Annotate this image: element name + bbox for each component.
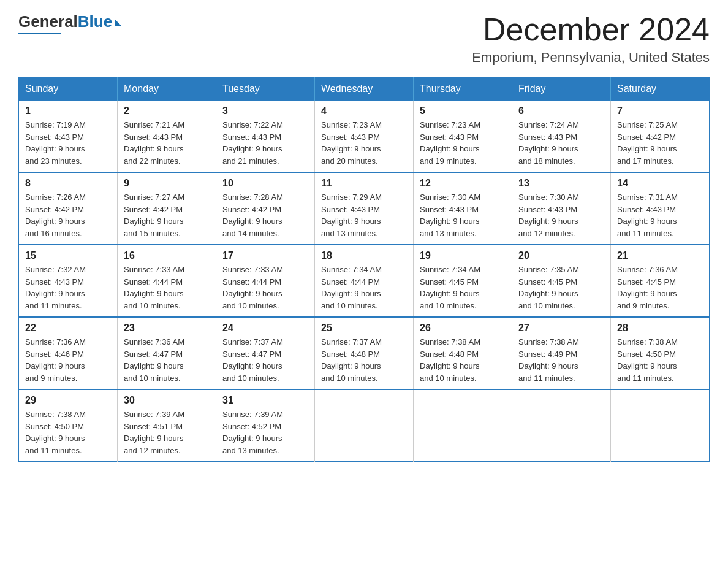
day-info: Sunrise: 7:30 AMSunset: 4:43 PMDaylight:… [518, 191, 604, 239]
day-number: 17 [222, 250, 308, 261]
calendar-cell: 27 Sunrise: 7:38 AMSunset: 4:49 PMDaylig… [512, 317, 611, 389]
calendar-cell: 12 Sunrise: 7:30 AMSunset: 4:43 PMDaylig… [414, 172, 512, 245]
day-number: 4 [321, 105, 407, 117]
logo-general-text: General [18, 12, 78, 31]
calendar-cell: 29 Sunrise: 7:38 AMSunset: 4:50 PMDaylig… [19, 389, 118, 462]
calendar-cell: 17 Sunrise: 7:33 AMSunset: 4:44 PMDaylig… [216, 245, 315, 317]
calendar-cell: 25 Sunrise: 7:37 AMSunset: 4:48 PMDaylig… [315, 317, 414, 389]
calendar-header-row: SundayMondayTuesdayWednesdayThursdayFrid… [19, 77, 710, 101]
day-info: Sunrise: 7:31 AMSunset: 4:43 PMDaylight:… [617, 191, 703, 239]
logo-triangle-icon [115, 19, 122, 26]
day-number: 18 [321, 250, 407, 261]
day-number: 31 [222, 395, 308, 406]
day-number: 29 [25, 395, 111, 406]
calendar-cell [315, 389, 414, 462]
calendar-cell [611, 389, 710, 462]
day-number: 21 [617, 250, 703, 261]
calendar-cell: 9 Sunrise: 7:27 AMSunset: 4:42 PMDayligh… [118, 172, 216, 245]
day-number: 11 [321, 178, 407, 189]
calendar-week-row: 22 Sunrise: 7:36 AMSunset: 4:46 PMDaylig… [19, 317, 710, 389]
day-number: 2 [124, 105, 210, 117]
calendar-cell: 16 Sunrise: 7:33 AMSunset: 4:44 PMDaylig… [118, 245, 216, 317]
day-info: Sunrise: 7:35 AMSunset: 4:45 PMDaylight:… [518, 264, 604, 312]
page-title: December 2024 [472, 12, 710, 47]
calendar-cell: 23 Sunrise: 7:36 AMSunset: 4:47 PMDaylig… [118, 317, 216, 389]
day-number: 15 [25, 250, 111, 261]
calendar-cell: 5 Sunrise: 7:23 AMSunset: 4:43 PMDayligh… [414, 101, 512, 172]
calendar-cell: 14 Sunrise: 7:31 AMSunset: 4:43 PMDaylig… [611, 172, 710, 245]
day-info: Sunrise: 7:19 AMSunset: 4:43 PMDaylight:… [25, 119, 111, 167]
day-info: Sunrise: 7:33 AMSunset: 4:44 PMDaylight:… [222, 264, 308, 312]
day-number: 8 [25, 178, 111, 189]
day-info: Sunrise: 7:37 AMSunset: 4:48 PMDaylight:… [321, 336, 407, 384]
day-info: Sunrise: 7:30 AMSunset: 4:43 PMDaylight:… [420, 191, 506, 239]
day-info: Sunrise: 7:38 AMSunset: 4:50 PMDaylight:… [617, 336, 703, 384]
calendar-week-row: 8 Sunrise: 7:26 AMSunset: 4:42 PMDayligh… [19, 172, 710, 245]
calendar-week-row: 29 Sunrise: 7:38 AMSunset: 4:50 PMDaylig… [19, 389, 710, 462]
calendar-cell: 3 Sunrise: 7:22 AMSunset: 4:43 PMDayligh… [216, 101, 315, 172]
header-friday: Friday [512, 77, 611, 101]
day-info: Sunrise: 7:36 AMSunset: 4:46 PMDaylight:… [25, 336, 111, 384]
day-info: Sunrise: 7:28 AMSunset: 4:42 PMDaylight:… [222, 191, 308, 239]
day-info: Sunrise: 7:27 AMSunset: 4:42 PMDaylight:… [124, 191, 210, 239]
calendar-cell: 18 Sunrise: 7:34 AMSunset: 4:44 PMDaylig… [315, 245, 414, 317]
header-wednesday: Wednesday [315, 77, 414, 101]
calendar-cell: 22 Sunrise: 7:36 AMSunset: 4:46 PMDaylig… [19, 317, 118, 389]
calendar-cell: 24 Sunrise: 7:37 AMSunset: 4:47 PMDaylig… [216, 317, 315, 389]
day-number: 16 [124, 250, 210, 261]
logo-blue-text: Blue [78, 12, 112, 31]
logo-blue-area: Blue [78, 12, 122, 31]
day-info: Sunrise: 7:38 AMSunset: 4:49 PMDaylight:… [518, 336, 604, 384]
day-info: Sunrise: 7:38 AMSunset: 4:50 PMDaylight:… [25, 408, 111, 456]
day-number: 26 [420, 323, 506, 334]
calendar-cell: 28 Sunrise: 7:38 AMSunset: 4:50 PMDaylig… [611, 317, 710, 389]
calendar-cell [512, 389, 611, 462]
calendar-cell: 15 Sunrise: 7:32 AMSunset: 4:43 PMDaylig… [19, 245, 118, 317]
day-number: 13 [518, 178, 604, 189]
header-saturday: Saturday [611, 77, 710, 101]
day-info: Sunrise: 7:36 AMSunset: 4:47 PMDaylight:… [124, 336, 210, 384]
day-info: Sunrise: 7:33 AMSunset: 4:44 PMDaylight:… [124, 264, 210, 312]
day-info: Sunrise: 7:36 AMSunset: 4:45 PMDaylight:… [617, 264, 703, 312]
calendar-cell [414, 389, 512, 462]
calendar-cell: 20 Sunrise: 7:35 AMSunset: 4:45 PMDaylig… [512, 245, 611, 317]
day-info: Sunrise: 7:23 AMSunset: 4:43 PMDaylight:… [420, 119, 506, 167]
calendar-cell: 2 Sunrise: 7:21 AMSunset: 4:43 PMDayligh… [118, 101, 216, 172]
day-info: Sunrise: 7:25 AMSunset: 4:42 PMDaylight:… [617, 119, 703, 167]
day-number: 3 [222, 105, 308, 117]
day-number: 27 [518, 323, 604, 334]
calendar-cell: 4 Sunrise: 7:23 AMSunset: 4:43 PMDayligh… [315, 101, 414, 172]
calendar-cell: 26 Sunrise: 7:38 AMSunset: 4:48 PMDaylig… [414, 317, 512, 389]
day-info: Sunrise: 7:29 AMSunset: 4:43 PMDaylight:… [321, 191, 407, 239]
header-monday: Monday [118, 77, 216, 101]
day-info: Sunrise: 7:22 AMSunset: 4:43 PMDaylight:… [222, 119, 308, 167]
calendar-cell: 11 Sunrise: 7:29 AMSunset: 4:43 PMDaylig… [315, 172, 414, 245]
calendar-cell: 31 Sunrise: 7:39 AMSunset: 4:52 PMDaylig… [216, 389, 315, 462]
day-info: Sunrise: 7:24 AMSunset: 4:43 PMDaylight:… [518, 119, 604, 167]
calendar-cell: 7 Sunrise: 7:25 AMSunset: 4:42 PMDayligh… [611, 101, 710, 172]
logo-underline [18, 33, 61, 34]
day-number: 14 [617, 178, 703, 189]
day-number: 28 [617, 323, 703, 334]
day-number: 5 [420, 105, 506, 117]
day-number: 1 [25, 105, 111, 117]
day-number: 20 [518, 250, 604, 261]
calendar-week-row: 15 Sunrise: 7:32 AMSunset: 4:43 PMDaylig… [19, 245, 710, 317]
calendar-week-row: 1 Sunrise: 7:19 AMSunset: 4:43 PMDayligh… [19, 101, 710, 172]
header-tuesday: Tuesday [216, 77, 315, 101]
calendar-cell: 1 Sunrise: 7:19 AMSunset: 4:43 PMDayligh… [19, 101, 118, 172]
day-number: 10 [222, 178, 308, 189]
day-info: Sunrise: 7:39 AMSunset: 4:51 PMDaylight:… [124, 408, 210, 456]
day-number: 9 [124, 178, 210, 189]
calendar-cell: 10 Sunrise: 7:28 AMSunset: 4:42 PMDaylig… [216, 172, 315, 245]
day-info: Sunrise: 7:32 AMSunset: 4:43 PMDaylight:… [25, 264, 111, 312]
day-number: 19 [420, 250, 506, 261]
calendar-cell: 19 Sunrise: 7:34 AMSunset: 4:45 PMDaylig… [414, 245, 512, 317]
day-info: Sunrise: 7:23 AMSunset: 4:43 PMDaylight:… [321, 119, 407, 167]
header-thursday: Thursday [414, 77, 512, 101]
calendar-cell: 13 Sunrise: 7:30 AMSunset: 4:43 PMDaylig… [512, 172, 611, 245]
page-subtitle: Emporium, Pennsylvania, United States [472, 50, 710, 66]
day-number: 7 [617, 105, 703, 117]
day-number: 12 [420, 178, 506, 189]
calendar-cell: 21 Sunrise: 7:36 AMSunset: 4:45 PMDaylig… [611, 245, 710, 317]
